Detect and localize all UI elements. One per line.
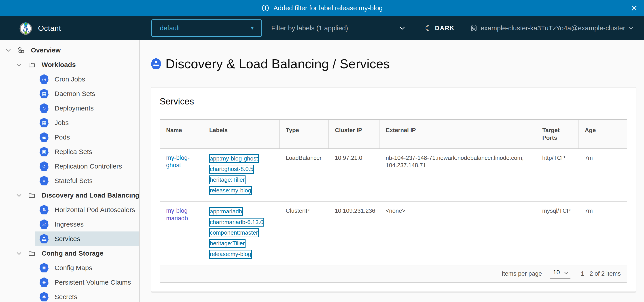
sidebar-item-stateful-sets[interactable]: ≡ Stateful Sets: [0, 173, 139, 188]
type-cell: ClusterIP: [280, 202, 328, 265]
sidebar-item-label: Stateful Sets: [54, 177, 92, 185]
main-content: Discovery & Load Balancing / Services Se…: [140, 40, 644, 302]
sidebar-item-pods[interactable]: ◉ Pods: [0, 130, 139, 145]
ingresses-icon: ⇄: [39, 219, 49, 229]
theme-toggle-button[interactable]: ☾ DARK: [425, 24, 454, 33]
items-per-page-select[interactable]: 10: [550, 269, 570, 279]
label-pill[interactable]: release:my-blog: [209, 250, 252, 259]
sidebar-item-jobs[interactable]: ▦ Jobs: [0, 115, 139, 130]
sidebar-item-ingresses[interactable]: ⇄ Ingresses: [0, 217, 139, 231]
cluster-name: example-cluster-ka3TuTzYo4a@example-clus…: [480, 24, 625, 32]
target-ports-cell: http/TCP: [536, 149, 578, 202]
label-pill[interactable]: release:my-blog: [209, 186, 252, 195]
label-pill[interactable]: heritage:Tiller: [209, 239, 246, 248]
sidebar-item-label: Deployments: [54, 105, 94, 112]
chevron-down-icon[interactable]: [16, 61, 22, 68]
sidebar-item-services[interactable]: Services: [35, 231, 139, 246]
label-pill[interactable]: chart:mariadb-6.13.0: [209, 218, 264, 227]
sidebar-item-config-maps[interactable]: ≣ Config Maps: [0, 261, 139, 275]
sidebar-item-deployments[interactable]: ↻ Deployments: [0, 101, 139, 115]
sidebar-item-label: Pods: [54, 134, 70, 141]
service-link[interactable]: my-blog-mariadb: [166, 207, 199, 222]
sidebar-item-label: Ingresses: [54, 221, 84, 228]
label-pill[interactable]: app:my-blog-ghost: [209, 154, 258, 163]
info-icon: [262, 4, 270, 12]
banner-message: Added filter for label release:my-blog: [274, 4, 383, 12]
cluster-selector[interactable]: example-cluster-ka3TuTzYo4a@example-clus…: [470, 24, 634, 32]
label-pill[interactable]: component:master: [209, 228, 258, 237]
folder-icon: [28, 192, 35, 199]
services-icon: [151, 58, 162, 70]
chevron-down-icon: [399, 25, 406, 31]
services-table: Name Labels Type Cluster IP External IP …: [160, 120, 627, 265]
deployments-icon: ↻: [39, 103, 49, 113]
type-cell: LoadBalancer: [280, 149, 328, 202]
notification-banner: Added filter for label release:my-blog ×: [0, 0, 644, 16]
sidebar-item-label: Horizontal Pod Autoscalers: [54, 206, 135, 214]
services-icon: [39, 234, 49, 244]
folder-icon: [28, 250, 35, 257]
sidebar-item-persistent-volume-claims[interactable]: ⊖ Persistent Volume Claims: [0, 275, 139, 290]
sidebar-item-label: Cron Jobs: [54, 75, 85, 83]
chevron-down-icon[interactable]: [5, 47, 12, 54]
stateful-sets-icon: ≡: [39, 176, 49, 186]
sidebar-item-replication-controllers[interactable]: ↺ Replication Controllers: [0, 159, 139, 173]
replication-controllers-icon: ↺: [39, 161, 49, 171]
daemon-sets-icon: ▤: [39, 89, 49, 99]
page-title: Discovery & Load Balancing / Services: [166, 56, 390, 71]
pods-icon: ◉: [39, 132, 49, 142]
namespace-select[interactable]: default ▼: [152, 19, 262, 37]
service-link[interactable]: my-blog-ghost: [166, 154, 199, 169]
octant-logo: [19, 21, 33, 35]
cluster-icon: [470, 24, 478, 32]
sidebar-item-daemon-sets[interactable]: ▤ Daemon Sets: [0, 86, 139, 101]
table-pagination: Items per page 10 1 - 2 of 2 items: [160, 265, 627, 282]
column-header-target-ports: Target Ports: [536, 120, 578, 149]
hpa-icon: ⇅: [39, 205, 49, 215]
label-pill[interactable]: app:mariadb: [209, 207, 243, 216]
brand: Octant: [19, 21, 61, 35]
chevron-down-icon[interactable]: [16, 192, 22, 199]
column-header-labels: Labels: [203, 120, 280, 149]
items-per-page-label: Items per page: [502, 270, 542, 277]
navigation-sidebar: Overview Workloads ◷ Cron Jobs ▤ Daemon …: [0, 40, 140, 302]
cron-jobs-icon: ◷: [39, 74, 49, 84]
table-row: my-blog-ghost app:my-blog-ghost chart:gh…: [160, 149, 627, 202]
close-icon[interactable]: ×: [631, 3, 637, 13]
replica-sets-icon: ▣: [39, 147, 49, 157]
sidebar-group-workloads[interactable]: Workloads: [0, 57, 139, 72]
sidebar-group-config-and-storage[interactable]: Config and Storage: [0, 246, 139, 261]
label-pill[interactable]: chart:ghost-8.0.5: [209, 165, 254, 174]
sidebar-item-overview[interactable]: Overview: [0, 43, 139, 57]
secrets-icon: ✱: [39, 292, 49, 302]
label-pill[interactable]: heritage:Tiller: [209, 175, 246, 184]
cluster-ip-cell: 10.97.21.0: [328, 149, 380, 202]
chevron-down-icon[interactable]: [16, 250, 22, 257]
sidebar-item-label: Services: [54, 235, 80, 243]
table-row: my-blog-mariadb app:mariadb chart:mariad…: [160, 202, 627, 265]
chevron-down-icon: [563, 270, 569, 276]
label-filter-dropdown[interactable]: Filter by labels (1 applied): [271, 21, 406, 35]
sidebar-item-horizontal-pod-autoscalers[interactable]: ⇅ Horizontal Pod Autoscalers: [0, 202, 139, 217]
external-ip-cell: <none>: [380, 202, 536, 265]
sidebar-group-discovery-and-load-balancing[interactable]: Discovery and Load Balancing: [0, 188, 139, 202]
sidebar-group-label: Discovery and Load Balancing: [42, 191, 139, 199]
sidebar-item-cron-jobs[interactable]: ◷ Cron Jobs: [0, 72, 139, 86]
pagination-range: 1 - 2 of 2 items: [581, 270, 621, 277]
sidebar-group-label: Config and Storage: [42, 250, 104, 257]
sidebar-group-label: Workloads: [42, 61, 76, 69]
column-header-cluster-ip: Cluster IP: [328, 120, 380, 149]
table-header-row: Name Labels Type Cluster IP External IP …: [160, 120, 627, 149]
sidebar-item-label: Jobs: [54, 119, 69, 127]
sidebar-item-label: Replica Sets: [54, 148, 92, 155]
column-header-external-ip: External IP: [380, 120, 536, 149]
chevron-down-icon: [628, 25, 634, 31]
namespace-value: default: [160, 24, 180, 32]
dropdown-triangle-icon: ▼: [250, 25, 255, 31]
folder-icon: [28, 61, 35, 68]
sidebar-item-secrets[interactable]: ✱ Secrets: [0, 290, 139, 302]
app-header: Octant default ▼ Filter by labels (1 app…: [0, 16, 644, 40]
items-per-page-value: 10: [553, 269, 560, 276]
external-ip-cell: nb-104-237-148-71.newark.nodebalancer.li…: [380, 149, 536, 202]
sidebar-item-replica-sets[interactable]: ▣ Replica Sets: [0, 145, 139, 159]
